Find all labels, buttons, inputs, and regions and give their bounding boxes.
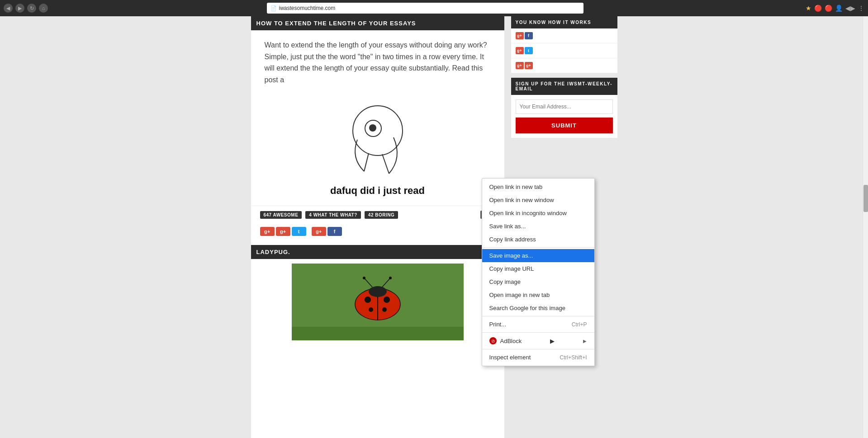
- gplus-share-btn-2[interactable]: g+: [312, 227, 326, 236]
- gplus-icon-sm-4[interactable]: g+: [525, 62, 533, 69]
- extension-icon-1[interactable]: 🔴: [814, 5, 822, 12]
- page-icon: 📄: [270, 5, 277, 11]
- menu-item-copy-link[interactable]: Copy link address: [482, 233, 594, 246]
- scrollbar[interactable]: [863, 16, 868, 438]
- context-menu: Open link in new tab Open link in new wi…: [482, 178, 595, 366]
- submit-button[interactable]: SUBMIT: [516, 118, 613, 133]
- svg-line-3: [364, 153, 369, 171]
- fb-icon-sm[interactable]: f: [525, 32, 533, 39]
- gplus-share-btn[interactable]: g+: [260, 227, 275, 236]
- social-group-2: g+ f: [312, 227, 342, 236]
- article1-body: Want to extend the the length of your es…: [251, 30, 504, 94]
- sidebar-header-2: SIGN UP FOR THE IWSMT-WEEKLY-EMAIL: [511, 78, 617, 95]
- context-menu-box: Open link in new tab Open link in new wi…: [482, 178, 595, 366]
- article2-image-wrapper: [251, 259, 504, 340]
- social-icons-row: g+ g+ t g+ f: [251, 223, 504, 243]
- menu-separator-2: [482, 316, 594, 316]
- svg-point-11: [365, 297, 371, 303]
- menu-item-open-link-incognito[interactable]: Open link in incognito window: [482, 207, 594, 220]
- menu-item-inspect[interactable]: Inspect element Ctrl+Shift+I: [482, 351, 594, 364]
- article2-header: LADYPUG.: [251, 245, 504, 259]
- extension-icon-2[interactable]: 🔴: [825, 5, 832, 12]
- menu-item-open-link-window[interactable]: Open link in new window: [482, 193, 594, 207]
- menu-item-open-link-tab[interactable]: Open link in new tab: [482, 180, 594, 193]
- reaction-awesome[interactable]: 647 AWESOME: [260, 211, 302, 219]
- svg-rect-6: [292, 327, 464, 340]
- scrollbar-thumb[interactable]: [863, 185, 868, 212]
- menu-separator-4: [482, 349, 594, 349]
- back-button[interactable]: ◀: [4, 4, 13, 13]
- gplus-count[interactable]: g+: [276, 227, 290, 236]
- sidebar-section-email: SIGN UP FOR THE IWSMT-WEEKLY-EMAIL SUBMI…: [511, 78, 617, 138]
- menu-separator-3: [482, 332, 594, 333]
- extension-icon-4[interactable]: ◀▶: [845, 5, 855, 12]
- forward-button[interactable]: ▶: [15, 4, 24, 13]
- article1-header: HOW TO EXTEND THE LENGTH OF YOUR ESSAYS: [251, 16, 504, 30]
- twitter-icon-sm[interactable]: t: [525, 47, 533, 54]
- svg-point-18: [389, 277, 392, 279]
- article1-image-container: Open link in new tab Open link in new wi…: [251, 94, 504, 206]
- svg-point-17: [363, 277, 365, 279]
- svg-point-13: [369, 307, 373, 312]
- content-area: HOW TO EXTEND THE LENGTH OF YOUR ESSAYS …: [251, 16, 617, 438]
- menu-item-open-image-tab[interactable]: Open image in new tab: [482, 288, 594, 301]
- reaction-whatthewhat[interactable]: 4 WHAT THE WHAT?: [305, 211, 361, 219]
- menu-item-save-image[interactable]: Save image as...: [482, 249, 594, 262]
- ladybug-image: [292, 264, 464, 340]
- sidebar-social-item-3: g+ g+: [511, 58, 617, 73]
- home-button[interactable]: ⌂: [39, 4, 48, 13]
- sidebar-social-item-2: g+ t: [511, 43, 617, 58]
- menu-item-adblock[interactable]: AdBlock ▶: [482, 334, 594, 348]
- twitter-share-btn[interactable]: t: [292, 227, 306, 236]
- social-group-1: g+ g+ t: [260, 227, 306, 236]
- menu-item-copy-image-url[interactable]: Copy image URL: [482, 262, 594, 275]
- article1-caption: dafuq did i just read: [330, 185, 425, 197]
- menu-separator-1: [482, 247, 594, 248]
- bookmark-icon[interactable]: ★: [806, 5, 811, 12]
- gplus-icon-sm-2[interactable]: g+: [516, 47, 524, 54]
- main-content: HOW TO EXTEND THE LENGTH OF YOUR ESSAYS …: [251, 16, 504, 438]
- reaction-boring[interactable]: 42 BORING: [365, 211, 398, 219]
- reload-button[interactable]: ↻: [27, 4, 36, 13]
- doodle-image: [328, 94, 427, 180]
- svg-line-4: [382, 154, 389, 174]
- extension-icon-3[interactable]: 👤: [835, 5, 843, 12]
- adblock-icon: [489, 337, 497, 344]
- svg-point-12: [384, 297, 390, 303]
- email-signup-form: SUBMIT: [511, 95, 617, 138]
- menu-item-print[interactable]: Print... Ctrl+P: [482, 318, 594, 331]
- reaction-bar: 647 AWESOME 4 WHAT THE WHAT? 42 BORING 1…: [251, 206, 504, 223]
- social-combo-gg: g+ g+: [516, 62, 533, 69]
- social-combo-gt: g+ t: [516, 47, 533, 54]
- menu-item-copy-image[interactable]: Copy image: [482, 275, 594, 288]
- browser-chrome: ◀ ▶ ↻ ⌂ 📄 iwastesomuchtime.com ★ 🔴 🔴 👤 ◀…: [0, 0, 868, 16]
- page-wrapper: HOW TO EXTEND THE LENGTH OF YOUR ESSAYS …: [0, 16, 868, 438]
- sidebar-section-social: YOU KNOW HOW IT WORKS g+ f g+ t g+: [511, 16, 617, 73]
- gplus-icon-sm-3[interactable]: g+: [516, 62, 524, 69]
- sidebar-social-item-1: g+ f: [511, 28, 617, 43]
- social-combo-gf: g+ f: [516, 32, 533, 39]
- inspect-shortcut: Ctrl+Shift+I: [560, 354, 587, 361]
- sidebar-header-1: YOU KNOW HOW IT WORKS: [511, 16, 617, 28]
- svg-point-0: [353, 106, 403, 155]
- svg-point-10: [369, 286, 387, 297]
- url-text: iwastesomuchtime.com: [279, 5, 336, 11]
- email-input[interactable]: [516, 99, 613, 114]
- svg-point-2: [369, 124, 376, 132]
- gplus-icon-sm[interactable]: g+: [516, 32, 524, 39]
- svg-point-14: [382, 307, 387, 312]
- menu-item-save-link[interactable]: Save link as...: [482, 220, 594, 233]
- facebook-share-btn[interactable]: f: [327, 227, 342, 236]
- print-shortcut: Ctrl+P: [572, 321, 587, 328]
- address-bar[interactable]: 📄 iwastesomuchtime.com: [267, 3, 583, 14]
- menu-item-search-google[interactable]: Search Google for this image: [482, 301, 594, 315]
- browser-toolbar-right: ★ 🔴 🔴 👤 ◀▶ ⋮: [806, 5, 864, 12]
- menu-icon[interactable]: ⋮: [858, 5, 864, 12]
